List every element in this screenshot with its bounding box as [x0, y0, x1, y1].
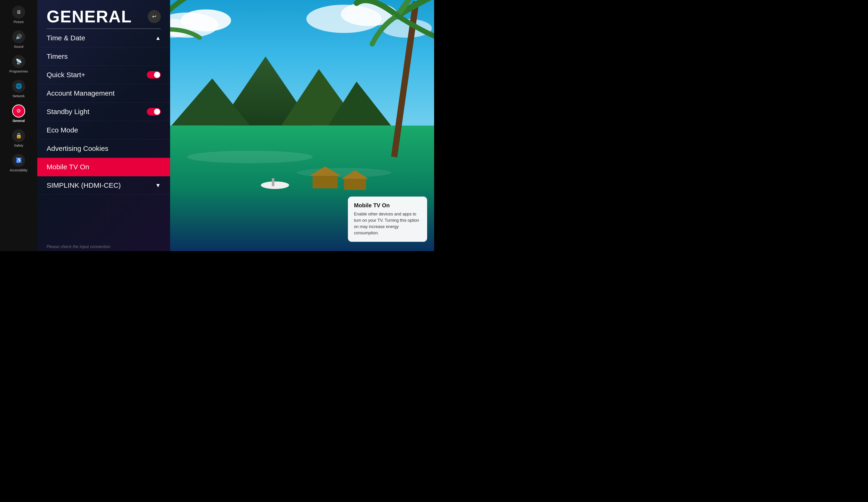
svg-point-8 — [187, 151, 313, 163]
chevron-simplink: ▼ — [155, 182, 161, 188]
menu-list: Time & Date ▲ Timers Quick Start+ Accoun… — [37, 29, 170, 244]
panel-watermark: Please check the input connection — [37, 244, 170, 251]
safety-icon: 🔒 — [12, 129, 25, 142]
sound-icon: 🔊 — [12, 30, 25, 43]
tooltip-card: Mobile TV On Enable other devices and ap… — [348, 196, 427, 242]
menu-label-time-date: Time & Date — [46, 34, 85, 42]
accessibility-icon: ♿ — [12, 154, 25, 167]
sidebar-item-safety[interactable]: 🔒 Safety — [0, 126, 37, 151]
sidebar-label-programmes: Programmes — [9, 70, 28, 73]
menu-label-eco-mode: Eco Mode — [46, 126, 78, 134]
menu-label-account-management: Account Management — [46, 89, 115, 97]
menu-item-simplink[interactable]: SIMPLINK (HDMI-CEC) ▼ — [37, 176, 170, 195]
svg-rect-13 — [313, 176, 338, 188]
svg-point-9 — [297, 168, 391, 177]
menu-item-quick-start[interactable]: Quick Start+ — [37, 66, 170, 84]
chevron-time-date: ▲ — [155, 35, 161, 41]
sidebar-item-network[interactable]: 🌐 Network — [0, 76, 37, 101]
svg-rect-18 — [272, 178, 275, 186]
general-icon: ⚙ — [12, 104, 25, 117]
sidebar-item-picture[interactable]: 🖥 Picture — [0, 2, 37, 27]
sidebar-label-network: Network — [13, 94, 24, 98]
menu-label-mobile-tv-on: Mobile TV On — [46, 163, 89, 171]
back-button[interactable]: ↩ — [148, 10, 161, 23]
panel-header: GENERAL ↩ — [37, 0, 170, 29]
sidebar-item-general[interactable]: ⚙ General — [0, 101, 37, 126]
menu-item-timers[interactable]: Timers — [37, 47, 170, 66]
toggle-quick-start[interactable] — [147, 71, 161, 79]
tooltip-title: Mobile TV On — [354, 202, 421, 209]
sidebar: 🖥 Picture 🔊 Sound 📡 Programmes 🌐 Network… — [0, 0, 37, 251]
menu-item-account-management[interactable]: Account Management — [37, 84, 170, 103]
toggle-standby-light[interactable] — [147, 108, 161, 115]
menu-label-timers: Timers — [46, 52, 68, 60]
menu-item-time-date[interactable]: Time & Date ▲ — [37, 29, 170, 47]
picture-icon: 🖥 — [12, 6, 25, 19]
menu-item-standby-light[interactable]: Standby Light — [37, 103, 170, 121]
menu-item-eco-mode[interactable]: Eco Mode — [37, 121, 170, 140]
network-icon: 🌐 — [12, 80, 25, 93]
tooltip-body: Enable other devices and apps to turn on… — [354, 211, 421, 236]
sidebar-item-programmes[interactable]: 📡 Programmes — [0, 52, 37, 76]
sidebar-item-accessibility[interactable]: ♿ Accessibility — [0, 151, 37, 175]
svg-point-17 — [261, 181, 289, 189]
menu-label-simplink: SIMPLINK (HDMI-CEC) — [46, 181, 121, 189]
preview-panel: Mobile TV On Enable other devices and ap… — [170, 0, 434, 251]
menu-label-advertising-cookies: Advertising Cookies — [46, 145, 108, 153]
menu-item-advertising-cookies[interactable]: Advertising Cookies — [37, 140, 170, 158]
menu-label-quick-start: Quick Start+ — [46, 71, 85, 79]
menu-item-mobile-tv-on[interactable]: Mobile TV On — [37, 158, 170, 176]
programmes-icon: 📡 — [12, 55, 25, 68]
sidebar-label-general: General — [13, 119, 25, 123]
menu-label-standby-light: Standby Light — [46, 108, 89, 116]
svg-rect-15 — [344, 179, 366, 190]
sidebar-label-accessibility: Accessibility — [10, 168, 28, 172]
sidebar-label-sound: Sound — [14, 45, 23, 49]
sidebar-label-safety: Safety — [14, 144, 23, 147]
sidebar-label-picture: Picture — [13, 20, 24, 24]
page-title: GENERAL — [46, 7, 132, 26]
settings-panel: GENERAL ↩ Time & Date ▲ Timers Quick Sta… — [37, 0, 170, 251]
back-icon: ↩ — [152, 13, 156, 20]
sidebar-item-sound[interactable]: 🔊 Sound — [0, 27, 37, 52]
